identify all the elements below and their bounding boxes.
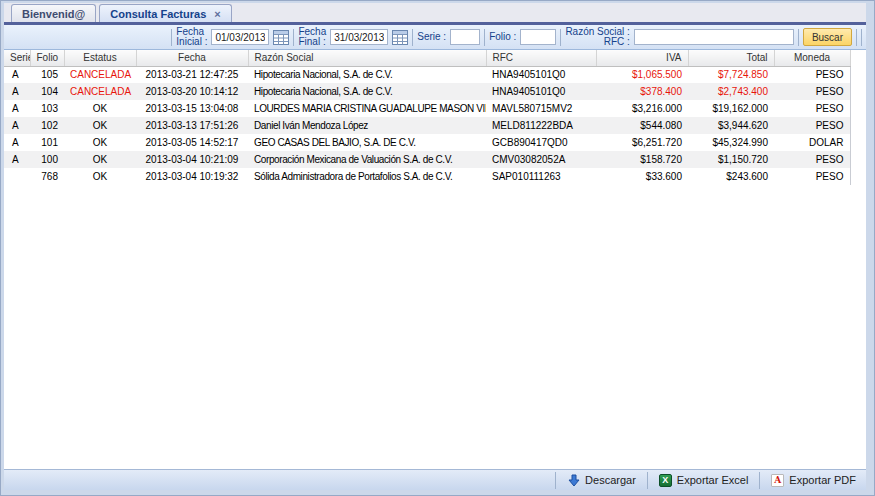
cell-fecha: 2013-03-05 14:52:17 — [136, 134, 248, 151]
toolbar-separator — [484, 29, 485, 46]
toolbar-separator — [560, 29, 561, 46]
cell-fecha: 2013-03-13 17:51:26 — [136, 117, 248, 134]
cell-fecha: 2013-03-04 10:21:09 — [136, 151, 248, 168]
table-row[interactable]: A100OK2013-03-04 10:21:09Corporación Mex… — [4, 151, 850, 168]
column-header-moneda[interactable]: Moneda — [774, 50, 850, 66]
cell-estatus: OK — [64, 100, 136, 117]
cell-razon_social: Corporación Mexicana de Valuación S.A. d… — [248, 151, 486, 168]
cell-fecha: 2013-03-15 13:04:08 — [136, 100, 248, 117]
razon-social-rfc-label: Razón Social : RFC : — [565, 27, 629, 47]
cell-folio: 768 — [30, 168, 64, 185]
cell-estatus: OK — [64, 134, 136, 151]
toolbar-separator — [647, 472, 648, 489]
cell-folio: 101 — [30, 134, 64, 151]
pdf-icon: A — [771, 474, 784, 487]
column-header-serie[interactable]: Serie — [4, 50, 30, 66]
cell-estatus: CANCELADA — [64, 66, 136, 83]
cell-rfc: MELD811222BDA — [486, 117, 596, 134]
app-content: Bienvenid@ Consulta Facturas × Fecha Ini… — [4, 3, 866, 490]
cell-fecha: 2013-03-04 10:19:32 — [136, 168, 248, 185]
cell-iva: $6,251.720 — [596, 134, 688, 151]
calendar-icon[interactable] — [273, 30, 289, 45]
table-row[interactable]: A102OK2013-03-13 17:51:26Daniel Iván Men… — [4, 117, 850, 134]
razon-social-rfc-input[interactable] — [634, 29, 794, 45]
cell-folio: 100 — [30, 151, 64, 168]
fecha-final-input[interactable] — [330, 29, 388, 45]
table-row[interactable]: A103OK2013-03-15 13:04:08LOURDES MARIA C… — [4, 100, 850, 117]
cell-rfc: SAP010111263 — [486, 168, 596, 185]
cell-serie: A — [4, 151, 30, 168]
folio-input[interactable] — [520, 29, 556, 45]
cell-moneda: PESO — [774, 83, 850, 100]
cell-iva: $544.080 — [596, 117, 688, 134]
cell-serie — [4, 168, 30, 185]
cell-total: $3,944.620 — [688, 117, 774, 134]
cell-razon_social: Hipotecaria Nacional, S.A. de C.V. — [248, 83, 486, 100]
cell-estatus: OK — [64, 151, 136, 168]
cell-rfc: GCB890417QD0 — [486, 134, 596, 151]
cell-serie: A — [4, 134, 30, 151]
cell-total: $19,162.000 — [688, 100, 774, 117]
serie-label: Serie : — [417, 32, 446, 42]
invoice-table: SerieFolioEstatusFechaRazón SocialRFCIVA… — [4, 50, 851, 185]
header-row: SerieFolioEstatusFechaRazón SocialRFCIVA… — [4, 50, 850, 66]
column-header-iva[interactable]: IVA — [596, 50, 688, 66]
filter-toolbar: Fecha Inicial : Fecha Final : — [4, 25, 866, 50]
button-label: Exportar Excel — [677, 474, 749, 486]
cell-total: $2,743.400 — [688, 83, 774, 100]
column-header-rfc[interactable]: RFC — [486, 50, 596, 66]
buscar-button[interactable]: Buscar — [803, 28, 852, 46]
cell-estatus: OK — [64, 168, 136, 185]
toolbar-separator — [293, 29, 294, 46]
toolbar-separator — [171, 29, 172, 46]
excel-icon: X — [659, 474, 672, 487]
cell-folio: 103 — [30, 100, 64, 117]
serie-input[interactable] — [450, 29, 480, 45]
table-row[interactable]: A104CANCELADA2013-03-20 10:14:12Hipoteca… — [4, 83, 850, 100]
cell-rfc: HNA9405101Q0 — [486, 83, 596, 100]
tab-consulta-facturas[interactable]: Consulta Facturas × — [99, 4, 231, 22]
fecha-inicial-input[interactable] — [211, 29, 269, 45]
column-header-estatus[interactable]: Estatus — [64, 50, 136, 66]
cell-serie: A — [4, 66, 30, 83]
cell-total: $45,324.990 — [688, 134, 774, 151]
app-window: Bienvenid@ Consulta Facturas × Fecha Ini… — [0, 0, 875, 496]
column-header-total[interactable]: Total — [688, 50, 774, 66]
cell-total: $7,724.850 — [688, 66, 774, 83]
cell-moneda: PESO — [774, 66, 850, 83]
invoice-grid: SerieFolioEstatusFechaRazón SocialRFCIVA… — [4, 50, 866, 469]
toolbar-separator — [798, 29, 799, 46]
exportar-pdf-button[interactable]: A Exportar PDF — [767, 473, 860, 488]
folio-label: Folio : — [489, 32, 516, 42]
grid-body: A105CANCELADA2013-03-21 12:47:25Hipoteca… — [4, 66, 850, 185]
descargar-button[interactable]: Descargar — [563, 473, 640, 488]
cell-razon_social: Hipotecaria Nacional, S.A. de C.V. — [248, 66, 486, 83]
cell-folio: 104 — [30, 83, 64, 100]
column-header-fecha[interactable]: Fecha — [136, 50, 248, 66]
table-row[interactable]: 768OK2013-03-04 10:19:32Sólida Administr… — [4, 168, 850, 185]
cell-serie: A — [4, 83, 30, 100]
column-header-razon_social[interactable]: Razón Social — [248, 50, 486, 66]
cell-iva: $378.400 — [596, 83, 688, 100]
table-row[interactable]: A105CANCELADA2013-03-21 12:47:25Hipoteca… — [4, 66, 850, 83]
tab-label: Consulta Facturas — [110, 8, 206, 20]
cell-razon_social: LOURDES MARIA CRISTINA GUADALUPE MASON V… — [248, 100, 486, 117]
toolbar-separator — [555, 472, 556, 489]
tab-bienvenido[interactable]: Bienvenid@ — [11, 4, 96, 22]
button-label: Exportar PDF — [789, 474, 856, 486]
cell-rfc: MAVL580715MV2 — [486, 100, 596, 117]
toolbar-separator — [759, 472, 760, 489]
cell-iva: $1,065.500 — [596, 66, 688, 83]
cell-fecha: 2013-03-21 12:47:25 — [136, 66, 248, 83]
cell-moneda: DOLAR — [774, 134, 850, 151]
tab-label: Bienvenid@ — [22, 8, 85, 20]
download-icon — [567, 474, 580, 487]
calendar-icon[interactable] — [392, 30, 408, 45]
cell-moneda: PESO — [774, 100, 850, 117]
exportar-excel-button[interactable]: X Exportar Excel — [655, 473, 753, 488]
table-row[interactable]: A101OK2013-03-05 14:52:17GEO CASAS DEL B… — [4, 134, 850, 151]
cell-fecha: 2013-03-20 10:14:12 — [136, 83, 248, 100]
cell-estatus: CANCELADA — [64, 83, 136, 100]
close-icon[interactable]: × — [214, 9, 220, 19]
column-header-folio[interactable]: Folio — [30, 50, 64, 66]
